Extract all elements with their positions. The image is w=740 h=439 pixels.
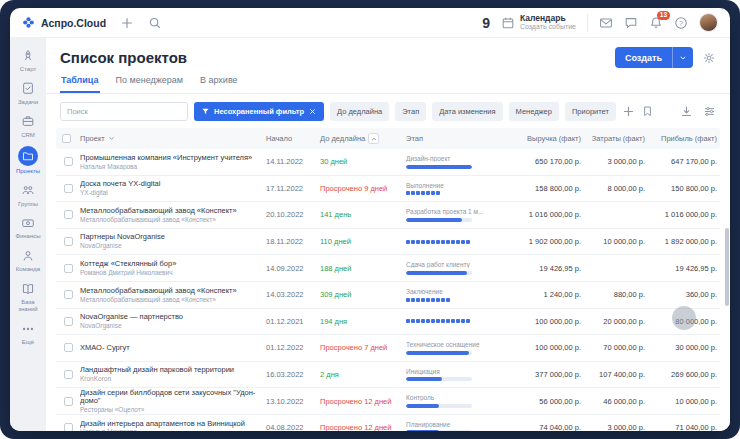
- table-row[interactable]: Ландшафтный дизайн парковой территорииKr…: [56, 362, 720, 389]
- filter-chip[interactable]: Менеджер: [509, 102, 559, 121]
- profit-value: 360,00 р.: [648, 290, 720, 299]
- bar-segment: [431, 298, 435, 302]
- deadline-value: 141 день: [320, 210, 406, 219]
- sidebar-item-tasks[interactable]: Задачи: [10, 80, 46, 106]
- column-header-costs[interactable]: Затраты (факт): [584, 134, 648, 143]
- tab-1[interactable]: По менеджерам: [115, 71, 184, 93]
- row-checkbox[interactable]: [64, 343, 73, 352]
- row-checkbox[interactable]: [64, 317, 73, 326]
- project-cell[interactable]: Металлообрабатывающий завод «Конспект»Ме…: [80, 207, 266, 223]
- filter-chip[interactable]: До дедлайна: [330, 102, 389, 121]
- table-row[interactable]: Промышленная компания «Инструмент учител…: [56, 149, 720, 176]
- table-row[interactable]: Дизайн интерьера апартаментов на Винницк…: [56, 415, 720, 431]
- project-cell[interactable]: Промышленная компания «Инструмент учител…: [80, 154, 266, 170]
- table-row[interactable]: Металлообрабатывающий завод «Конспект»Ме…: [56, 282, 720, 309]
- sidebar-item-kb[interactable]: База знаний: [10, 280, 46, 313]
- revenue-value: 1 240,00 р.: [508, 290, 584, 299]
- table-row[interactable]: Коттедж «Стеклянный бор»Романов Дмитрий …: [56, 255, 720, 282]
- search-input[interactable]: [60, 102, 188, 121]
- costs-value: 107 400,00 р.: [584, 370, 648, 379]
- sort-asc-icon[interactable]: [368, 133, 379, 144]
- sidebar-item-groups[interactable]: Группы: [10, 182, 46, 208]
- row-checkbox[interactable]: [64, 370, 73, 379]
- tab-2[interactable]: В архиве: [199, 71, 239, 93]
- chevron-down-icon[interactable]: [673, 54, 693, 62]
- help-icon[interactable]: ?: [674, 16, 688, 30]
- row-checkbox[interactable]: [64, 264, 73, 273]
- column-header-profit[interactable]: Прибыль (факт): [648, 134, 720, 143]
- add-filter-icon[interactable]: [622, 105, 635, 118]
- table-header-row: Проект Начало До дедлайна Этап Выручка (…: [56, 128, 720, 149]
- column-header-start[interactable]: Начало: [266, 134, 320, 143]
- stage-progress-bar: [406, 298, 496, 302]
- table-row[interactable]: Металлообрабатывающий завод «Конспект»Ме…: [56, 202, 720, 229]
- bookmark-icon[interactable]: [641, 105, 654, 118]
- project-cell[interactable]: NovaOrganise — партнерствоNovaOrganise: [80, 313, 266, 329]
- brand-logo[interactable]: Аспро.Cloud: [22, 16, 106, 29]
- stage-label: Сдача работ клиенту: [406, 261, 496, 268]
- table-row[interactable]: NovaOrganise — партнерствоNovaOrganise01…: [56, 309, 720, 336]
- mail-icon[interactable]: [599, 16, 613, 30]
- floating-widget-button[interactable]: [672, 306, 696, 330]
- column-header-project[interactable]: Проект: [80, 134, 266, 143]
- bar-segment: [416, 298, 420, 302]
- column-header-stage[interactable]: Этап: [406, 134, 508, 143]
- table-row[interactable]: Партнеры NovaOrganiseNovaOrganise18.11.2…: [56, 229, 720, 256]
- user-avatar[interactable]: [699, 13, 718, 32]
- tab-0[interactable]: Таблица: [60, 71, 100, 93]
- row-checkbox[interactable]: [64, 157, 73, 166]
- close-icon[interactable]: [308, 107, 317, 116]
- column-header-revenue[interactable]: Выручка (факт): [508, 134, 584, 143]
- bar-segment: [416, 319, 420, 323]
- row-checkbox[interactable]: [64, 290, 73, 299]
- notifications-bell-icon[interactable]: 13: [649, 16, 663, 30]
- sidebar-item-crm[interactable]: CRM: [10, 113, 46, 139]
- revenue-value: 158 800,00 р.: [508, 184, 584, 193]
- start-date: 17.11.2022: [266, 184, 320, 193]
- vertical-scrollbar[interactable]: [725, 228, 729, 306]
- filter-chip[interactable]: Дата изменения: [432, 102, 502, 121]
- table-row[interactable]: ХМАО- Сургут01.12.2022Просрочено 7 днейТ…: [56, 335, 720, 362]
- project-cell[interactable]: ХМАО- Сургут: [80, 344, 266, 352]
- sidebar-item-projects[interactable]: Проекты: [10, 146, 46, 175]
- project-cell[interactable]: Партнеры NovaOrganiseNovaOrganise: [80, 233, 266, 249]
- sidebar-item-more[interactable]: Ещё: [10, 320, 46, 346]
- row-checkbox[interactable]: [64, 423, 73, 431]
- project-cell[interactable]: Дизайн серии биллбордов сети закусочных …: [80, 389, 266, 414]
- sidebar-item-finance[interactable]: Финансы: [10, 214, 46, 240]
- row-checkbox[interactable]: [64, 184, 73, 193]
- quick-add-icon[interactable]: [120, 16, 134, 30]
- download-icon[interactable]: [680, 105, 693, 118]
- stage-cell: Выполнение: [406, 182, 508, 196]
- row-checkbox[interactable]: [64, 210, 73, 219]
- stage-cell: Техническое оснащение: [406, 341, 508, 355]
- sidebar-item-start[interactable]: Старт: [10, 47, 46, 73]
- filter-chip[interactable]: Приоритет: [565, 102, 616, 121]
- search-icon[interactable]: [148, 16, 162, 30]
- view-settings-icon[interactable]: [703, 105, 716, 118]
- select-all-checkbox[interactable]: [62, 134, 71, 143]
- sidebar-item-team[interactable]: Команда: [10, 247, 46, 273]
- settings-gear-icon[interactable]: [702, 51, 716, 65]
- active-filter-chip[interactable]: Несохраненный фильтр: [194, 102, 324, 121]
- chat-icon[interactable]: [624, 16, 638, 30]
- project-cell[interactable]: Дизайн интерьера апартаментов на Винницк…: [80, 420, 266, 431]
- filter-chip[interactable]: Этап: [395, 102, 426, 121]
- create-button-label: Создать: [615, 53, 672, 63]
- bar-segment: [421, 298, 425, 302]
- row-checkbox[interactable]: [64, 397, 73, 406]
- project-cell[interactable]: Доска почета YX-digitalYX-digital: [80, 180, 266, 196]
- row-checkbox[interactable]: [64, 237, 73, 246]
- calendar-widget[interactable]: Календарь Создать событие: [501, 14, 576, 32]
- project-cell[interactable]: Коттедж «Стеклянный бор»Романов Дмитрий …: [80, 260, 266, 276]
- project-cell[interactable]: Металлообрабатывающий завод «Конспект»Ме…: [80, 287, 266, 303]
- projects-icon: [18, 146, 38, 166]
- chevron-down-icon: [108, 135, 115, 142]
- bar-segment: [446, 298, 450, 302]
- create-button[interactable]: Создать: [615, 47, 693, 68]
- project-cell[interactable]: Ландшафтный дизайн парковой территорииKr…: [80, 366, 266, 382]
- column-label: До дедлайна: [320, 134, 365, 143]
- column-header-deadline[interactable]: До дедлайна: [320, 133, 406, 144]
- table-row[interactable]: Дизайн серии биллбордов сети закусочных …: [56, 388, 720, 415]
- table-row[interactable]: Доска почета YX-digitalYX-digital17.11.2…: [56, 176, 720, 203]
